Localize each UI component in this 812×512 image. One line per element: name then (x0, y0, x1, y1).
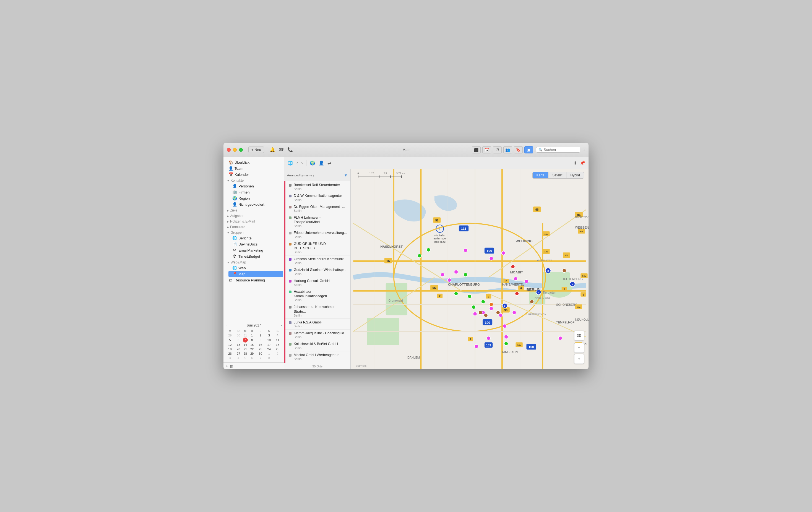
sidebar-section-aufgaben[interactable]: ▶ Aufgaben (224, 213, 284, 218)
contact-item[interactable]: Mackat GmbH WerbeagenturBerlin (285, 351, 350, 362)
cal-day[interactable]: 3 (226, 356, 234, 360)
contact-item[interactable]: FLMH Lohmaier - EscapeYourMindBerlin (285, 214, 350, 230)
sidebar-item-region[interactable]: 🌍 Region (228, 195, 283, 201)
sidebar-item-timebudget[interactable]: ⏱ Time&Budget (228, 253, 283, 259)
search-input[interactable] (544, 148, 577, 152)
contact-item[interactable]: Hexabinaer Kommunikationsagen...Berlin (285, 288, 350, 304)
cal-day[interactable]: 20 (234, 347, 243, 351)
cal-day[interactable]: 1 (248, 333, 256, 337)
toolbar-calendar[interactable]: 📅 (482, 146, 491, 153)
sidebar-item-daylitedocs[interactable]: 📄 DayliteDocs (228, 241, 283, 247)
sidebar-item-uberblick[interactable]: 🏠 Überblick (225, 159, 283, 165)
sidebar-item-personen[interactable]: 👤 Personen (228, 183, 283, 189)
nav-forward-icon[interactable]: › (301, 161, 302, 165)
contact-item[interactable]: Hartung Consult GmbHBerlin (285, 277, 350, 288)
tab-satellit[interactable]: Satellit (548, 172, 567, 178)
cal-day[interactable]: 30 (234, 333, 243, 337)
phone-icon[interactable]: ☎ (279, 147, 284, 152)
contact-item[interactable]: Klemm Jacqueline - CoachingCo...Berlin (285, 330, 350, 340)
cal-day[interactable]: 3 (265, 333, 273, 337)
cal-next[interactable]: › (281, 324, 282, 327)
sidebar-section-kontakte[interactable]: ▼ Kontakte (224, 178, 284, 183)
cal-day[interactable]: 21 (243, 347, 248, 351)
new-button[interactable]: + Neu (249, 147, 264, 153)
directions-icon[interactable]: ⇌ (327, 160, 331, 165)
cal-day[interactable]: 24 (265, 347, 273, 351)
cal-day[interactable]: 31 (243, 333, 248, 337)
cal-day[interactable]: 23 (256, 347, 265, 351)
sidebar-item-berichte[interactable]: 🌐 Berichte (228, 235, 283, 241)
sidebar-item-kalender[interactable]: 📅 Kalender (225, 172, 283, 178)
add-tab-icon[interactable]: + (583, 148, 585, 152)
cal-day[interactable]: 4 (273, 333, 282, 337)
cal-day[interactable]: 13 (234, 342, 243, 347)
sidebar-item-team[interactable]: 👤 Team (225, 165, 283, 172)
sidebar-item-firmen[interactable]: 🏢 Firmen (228, 189, 283, 195)
sidebar-item-nicht-geokodiert[interactable]: 👤 Nicht geokodiert (228, 201, 283, 207)
cal-day[interactable]: 30 (256, 351, 265, 356)
map-3d-button[interactable]: 3D (574, 331, 584, 340)
person-location-icon[interactable]: 👤 (319, 160, 324, 165)
cal-day[interactable]: 9 (256, 337, 265, 342)
contact-item[interactable]: Bornkessel Rolf SteuerberaterBerlin (285, 181, 350, 192)
globe-icon[interactable]: 🌐 (288, 160, 293, 165)
sidebar-section-notizen[interactable]: ▶ Notizen & E-Mail (224, 218, 284, 224)
sidebar-item-resource-planning[interactable]: 🗂 Resource Planning (225, 277, 283, 283)
cal-day[interactable]: 17 (265, 342, 273, 347)
cal-day[interactable]: 26 (226, 351, 234, 356)
sidebar-section-webmap[interactable]: ▼ Web&Map (224, 259, 284, 265)
minimize-button[interactable]: − (233, 148, 237, 152)
cal-day[interactable]: 8 (265, 356, 273, 360)
share-icon[interactable]: ⬆ (573, 160, 577, 165)
cal-day[interactable]: 4 (234, 356, 243, 360)
filter-icon[interactable]: ▼ (344, 173, 348, 178)
sidebar-section-formulare[interactable]: ▶ Formulare (224, 224, 284, 230)
cal-day[interactable]: 9 (273, 356, 282, 360)
cal-prev[interactable]: ‹ (226, 324, 227, 327)
cal-day[interactable]: 6 (234, 337, 243, 342)
toolbar-inbox[interactable]: ⬛ (472, 146, 481, 153)
contact-item[interactable]: Jurka P.S.A GmbHBerlin (285, 319, 350, 330)
cal-day[interactable]: 5 (226, 337, 234, 342)
contact-item[interactable]: Knischewski & Boßlet GmbHBerlin (285, 340, 350, 351)
toolbar-clock[interactable]: ⏱ (493, 146, 502, 153)
sort-label[interactable]: Arranged by name ↕ (287, 174, 314, 177)
cal-day[interactable]: 28 (243, 351, 248, 356)
cal-day[interactable]: 8 (248, 337, 256, 342)
contact-item[interactable]: Gudzinski Giselher Wirtschaftspr...Berli… (285, 266, 350, 277)
cal-day[interactable]: 15 (248, 342, 256, 347)
globe2-icon[interactable]: 🌍 (310, 160, 315, 165)
tab-hybrid[interactable]: Hybrid (567, 172, 584, 178)
map-zoom-out[interactable]: − (574, 343, 584, 353)
cal-day[interactable]: 12 (226, 342, 234, 347)
close-button[interactable]: ✕ (227, 148, 231, 152)
cal-day[interactable]: 14 (243, 342, 248, 347)
sidebar-item-emailmarketing[interactable]: ✉ EmailMarketing (228, 247, 283, 253)
contact-item[interactable]: Gröscho Steffi perlrot Kommunik...Berlin (285, 255, 350, 266)
cal-day[interactable]: 16 (256, 342, 265, 347)
cal-day[interactable]: 1 (265, 351, 273, 356)
contact-item[interactable]: Dr. Eggert Öko - Management -...Berlin (285, 203, 350, 214)
toolbar-contacts[interactable]: 👥 (503, 146, 512, 153)
cal-add-icon[interactable]: + (226, 364, 228, 368)
cal-day[interactable]: 29 (248, 351, 256, 356)
cal-grid-icon[interactable]: ▦ (230, 364, 233, 368)
nav-back-icon[interactable]: ‹ (296, 161, 298, 165)
notification-icon[interactable]: 🔔 (270, 147, 275, 152)
cal-day[interactable]: 11 (273, 337, 282, 342)
contact-item[interactable]: Friebe Unternehmensverwaltung...Berlin (285, 229, 350, 240)
cal-day[interactable]: 25 (273, 347, 282, 351)
sidebar-item-map[interactable]: 📍 Map (228, 271, 283, 277)
contact-item[interactable]: D & W KommunikationsagenturBerlin (285, 192, 350, 203)
cal-day[interactable]: 7 (243, 337, 248, 342)
cal-day[interactable]: 18 (273, 342, 282, 347)
contact-item[interactable]: Johanssen u. Kretzschmer Strate...Berlin (285, 303, 350, 319)
cal-day[interactable]: 27 (234, 351, 243, 356)
map-zoom-in[interactable]: + (574, 354, 584, 364)
phone2-icon[interactable]: 📞 (287, 147, 293, 152)
toolbar-bookmark[interactable]: 🔖 (514, 146, 523, 153)
cal-day[interactable]: 2 (273, 351, 282, 356)
maximize-button[interactable]: + (239, 148, 243, 152)
cal-day[interactable]: 2 (256, 333, 265, 337)
sidebar-section-gruppen[interactable]: ▼ Gruppen (224, 230, 284, 235)
